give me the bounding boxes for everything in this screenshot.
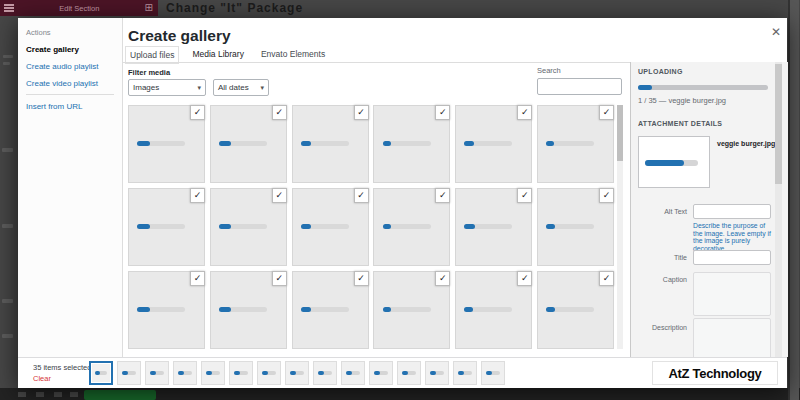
- hamburger-icon[interactable]: [4, 4, 14, 12]
- check-icon[interactable]: ✓: [354, 271, 369, 286]
- mini-progress-fill: [346, 371, 352, 375]
- title-input[interactable]: [693, 250, 771, 265]
- search-input[interactable]: [537, 78, 622, 95]
- attachments-grid: ✓✓✓✓✓✓✓✓✓✓✓✓✓✓✓✓✓✓: [128, 105, 614, 349]
- menu-item-create-audio-playlist[interactable]: Create audio playlist: [26, 62, 98, 71]
- selected-thumbnail[interactable]: [341, 361, 365, 385]
- selected-thumbnail[interactable]: [201, 361, 225, 385]
- menu-heading: Actions: [26, 28, 51, 37]
- attachment-tile[interactable]: ✓: [210, 105, 287, 183]
- grid-scrollbar[interactable]: [617, 105, 623, 349]
- selected-thumbnail[interactable]: [453, 361, 477, 385]
- check-icon[interactable]: ✓: [190, 105, 205, 120]
- tile-progress-fill: [464, 224, 474, 229]
- check-icon[interactable]: ✓: [190, 188, 205, 203]
- selected-thumbnail[interactable]: [257, 361, 281, 385]
- check-icon[interactable]: ✓: [435, 105, 450, 120]
- sidebar-scrollbar-thumb[interactable]: [775, 64, 782, 184]
- mini-progress-bar: [430, 371, 444, 375]
- dimmed-panel-fragment: [2, 334, 13, 338]
- dimmed-publish-button[interactable]: [84, 390, 156, 400]
- dimmed-toolbar-icon: [18, 392, 26, 397]
- attachment-tile[interactable]: ✓: [128, 188, 205, 266]
- selected-thumbnail[interactable]: [481, 361, 505, 385]
- attachment-tile[interactable]: ✓: [537, 188, 614, 266]
- description-label: Description: [631, 324, 687, 331]
- attachment-tile[interactable]: ✓: [373, 271, 450, 349]
- check-icon[interactable]: ✓: [435, 271, 450, 286]
- selected-thumbnail[interactable]: [229, 361, 253, 385]
- check-icon[interactable]: ✓: [272, 105, 287, 120]
- attachment-tile[interactable]: ✓: [455, 271, 532, 349]
- mini-progress-fill: [150, 371, 156, 375]
- alt-text-input[interactable]: [693, 204, 771, 219]
- selected-thumbnail[interactable]: [285, 361, 309, 385]
- mini-progress-bar: [95, 371, 108, 375]
- menu-item-create-video-playlist[interactable]: Create video playlist: [26, 79, 98, 88]
- mini-progress-bar: [318, 371, 332, 375]
- attachment-tile[interactable]: ✓: [455, 105, 532, 183]
- dimmed-toolbar-icon: [54, 392, 62, 397]
- date-filter-select[interactable]: All dates ▾: [213, 79, 269, 96]
- menu-item-insert-from-url[interactable]: Insert from URL: [26, 102, 82, 111]
- selected-thumbnail[interactable]: [145, 361, 169, 385]
- attachment-tile[interactable]: ✓: [292, 271, 369, 349]
- check-icon[interactable]: ✓: [272, 271, 287, 286]
- selected-thumbnail[interactable]: [313, 361, 337, 385]
- check-icon[interactable]: ✓: [354, 105, 369, 120]
- selected-thumbnail[interactable]: [369, 361, 393, 385]
- mini-progress-bar: [150, 371, 164, 375]
- description-textarea[interactable]: [693, 318, 771, 357]
- attachment-tile[interactable]: ✓: [210, 188, 287, 266]
- check-icon[interactable]: ✓: [517, 188, 532, 203]
- attachment-details-heading: ATTACHMENT DETAILS: [638, 120, 722, 127]
- mini-progress-bar: [346, 371, 360, 375]
- mini-progress-fill: [234, 371, 240, 375]
- tile-progress-fill: [301, 307, 311, 312]
- alt-text-label: Alt Text: [631, 208, 687, 215]
- check-icon[interactable]: ✓: [517, 271, 532, 286]
- date-filter-value: All dates: [218, 83, 249, 92]
- selected-thumbnail[interactable]: [89, 361, 113, 385]
- tile-progress-bar: [137, 141, 185, 146]
- tile-progress-fill: [383, 141, 391, 146]
- selected-thumbnail[interactable]: [425, 361, 449, 385]
- mini-progress-bar: [178, 371, 192, 375]
- tile-progress-bar: [301, 141, 349, 146]
- page-scrollbar[interactable]: [788, 0, 799, 400]
- attachment-tile[interactable]: ✓: [128, 105, 205, 183]
- mini-progress-fill: [318, 371, 324, 375]
- grid-scrollbar-thumb[interactable]: [617, 105, 623, 161]
- attachment-tile[interactable]: ✓: [373, 105, 450, 183]
- attachment-tile[interactable]: ✓: [210, 271, 287, 349]
- apps-grid-icon[interactable]: ⊞: [145, 3, 153, 13]
- tile-progress-fill: [464, 141, 474, 146]
- caption-textarea[interactable]: [693, 272, 771, 316]
- menu-item-create-gallery[interactable]: Create gallery: [26, 45, 79, 54]
- attachment-tile[interactable]: ✓: [455, 188, 532, 266]
- check-icon[interactable]: ✓: [272, 188, 287, 203]
- close-icon[interactable]: ✕: [768, 24, 784, 40]
- attachment-tile[interactable]: ✓: [292, 105, 369, 183]
- filter-media-label: Filter media: [128, 68, 170, 77]
- mini-progress-fill: [486, 371, 492, 375]
- check-icon[interactable]: ✓: [599, 271, 614, 286]
- clear-selection-link[interactable]: Clear: [33, 374, 51, 383]
- check-icon[interactable]: ✓: [599, 105, 614, 120]
- attachment-tile[interactable]: ✓: [537, 271, 614, 349]
- selected-thumbnail[interactable]: [117, 361, 141, 385]
- attachment-tile[interactable]: ✓: [128, 271, 205, 349]
- chevron-down-icon: ▾: [260, 84, 264, 92]
- check-icon[interactable]: ✓: [599, 188, 614, 203]
- check-icon[interactable]: ✓: [517, 105, 532, 120]
- selected-thumbnail[interactable]: [173, 361, 197, 385]
- check-icon[interactable]: ✓: [354, 188, 369, 203]
- selected-thumbnail[interactable]: [397, 361, 421, 385]
- media-type-select[interactable]: Images ▾: [128, 79, 206, 96]
- attachment-tile[interactable]: ✓: [537, 105, 614, 183]
- attachment-tile[interactable]: ✓: [292, 188, 369, 266]
- check-icon[interactable]: ✓: [435, 188, 450, 203]
- check-icon[interactable]: ✓: [190, 271, 205, 286]
- attachment-tile[interactable]: ✓: [373, 188, 450, 266]
- sidebar-scrollbar[interactable]: [775, 62, 782, 357]
